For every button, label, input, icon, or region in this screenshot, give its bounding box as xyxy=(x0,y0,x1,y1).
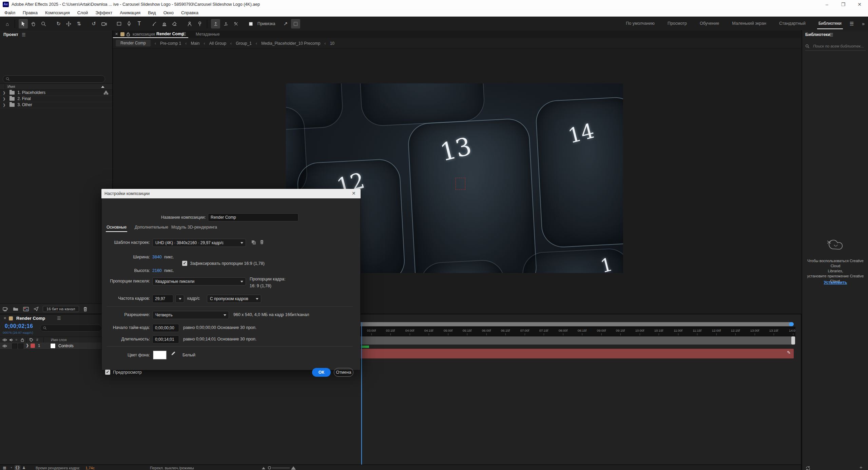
world-axis-mode-icon[interactable] xyxy=(221,19,230,28)
workspace-overflow-icon[interactable]: » xyxy=(862,21,865,26)
index-column-label[interactable]: # xyxy=(36,338,38,342)
marquee-options-icon[interactable] xyxy=(291,19,300,28)
interpret-footage-icon[interactable] xyxy=(3,307,8,311)
frame-rate-preset-dropdown[interactable] xyxy=(175,295,184,303)
timeline-search-input[interactable] xyxy=(40,325,102,332)
clone-stamp-tool-icon[interactable] xyxy=(160,19,169,28)
layer-eye-icon[interactable] xyxy=(2,345,7,348)
install-link[interactable]: Установить xyxy=(802,280,868,285)
frame-io-icon[interactable] xyxy=(34,307,39,311)
rotation-tool-icon[interactable]: ↺ xyxy=(89,19,98,28)
tab-project[interactable]: Проект xyxy=(3,32,18,37)
menu-view[interactable]: Вид xyxy=(148,10,156,15)
new-composition-icon[interactable] xyxy=(23,307,29,311)
camera-tool-icon[interactable] xyxy=(99,19,109,28)
new-folder-icon[interactable] xyxy=(13,307,18,311)
toggle-switches-modes-button[interactable]: Перекл. выключ./режимы xyxy=(150,466,194,470)
close-button[interactable]: ✕ xyxy=(853,0,866,9)
navigator-end-handle[interactable] xyxy=(789,322,794,326)
tab-composition-render-comp[interactable]: Render Comp xyxy=(156,32,184,36)
tab-timeline-render-comp[interactable]: Render Comp xyxy=(16,316,45,321)
folder-name[interactable]: 2. Final xyxy=(17,96,31,101)
expand-chevron-icon[interactable]: ❯ xyxy=(3,97,5,101)
home-icon[interactable]: ⌂ xyxy=(3,19,12,28)
add-library-item-icon[interactable]: ＋ xyxy=(859,465,863,470)
menu-layer[interactable]: Слой xyxy=(77,10,88,15)
project-menu-icon[interactable]: ☰ xyxy=(22,32,26,37)
restore-button[interactable]: ❐ xyxy=(836,0,850,9)
layer-label-swatch[interactable] xyxy=(31,344,35,348)
frame-blending-icon[interactable]: ◔ xyxy=(8,465,14,470)
background-color-swatch[interactable] xyxy=(153,351,167,359)
close-tab-icon[interactable]: ✕ xyxy=(115,32,118,36)
puppet-pin-tool-icon[interactable] xyxy=(195,19,204,28)
brush-tool-icon[interactable] xyxy=(150,19,159,28)
composition-mini-flowchart-icon[interactable]: ▦ xyxy=(2,465,7,470)
workspace-menu-icon[interactable]: ☰ xyxy=(850,21,854,26)
zoom-out-mountain-icon[interactable] xyxy=(262,467,265,469)
breadcrumb-item[interactable]: 10 xyxy=(320,41,334,46)
breadcrumb-item[interactable]: All Group xyxy=(199,41,226,46)
audio-toggle-box[interactable] xyxy=(12,344,17,349)
duration-input[interactable] xyxy=(152,335,179,344)
rectangle-tool-icon[interactable] xyxy=(114,19,123,28)
workspace-default[interactable]: По умолчанию xyxy=(626,21,655,26)
close-tab-icon[interactable]: ✕ xyxy=(3,316,6,320)
delete-preset-icon[interactable] xyxy=(260,239,264,244)
unlocked-icon[interactable] xyxy=(127,32,130,36)
lock-aspect-label[interactable]: Зафиксировать пропорции 16:9 (1,78) xyxy=(190,261,265,266)
orbit-camera-tool-icon[interactable]: ↻ xyxy=(54,19,63,28)
drop-frame-dropdown[interactable]: С пропуском кадров xyxy=(207,295,261,303)
breadcrumb-item[interactable]: Main xyxy=(181,41,199,46)
snap-checkbox-icon[interactable] xyxy=(246,19,255,28)
layer-expand-chevron-icon[interactable]: ❯ xyxy=(26,343,29,348)
pan-camera-tool-icon[interactable] xyxy=(64,19,73,28)
flowchart-icon[interactable] xyxy=(104,91,108,95)
timeline-menu-icon[interactable]: ☰ xyxy=(57,316,61,321)
work-area-end-handle[interactable] xyxy=(791,336,795,345)
comp-panel-menu-icon[interactable]: ☰ xyxy=(182,32,186,37)
draft-pencil-icon[interactable]: ✎ xyxy=(787,350,791,355)
audio-column-icon[interactable] xyxy=(9,338,13,342)
pixel-aspect-dropdown[interactable]: Квадратные пиксели xyxy=(152,277,246,286)
project-folder-row[interactable]: ❯ 2. Final xyxy=(0,96,112,102)
motion-path-icon[interactable]: ↗ xyxy=(281,19,290,28)
project-folder-row[interactable]: ❯ 3. Other xyxy=(0,102,112,108)
menu-composition[interactable]: Композиция xyxy=(45,10,70,15)
workspace-learn[interactable]: Обучение xyxy=(700,21,719,26)
layer-name-column-label[interactable]: Имя слоя xyxy=(51,338,66,342)
lock-column-icon[interactable] xyxy=(21,338,24,342)
label-column-icon[interactable] xyxy=(30,338,33,342)
folder-name[interactable]: 3. Other xyxy=(17,102,32,107)
minimize-button[interactable]: – xyxy=(820,0,834,9)
timeline-zoom-track[interactable] xyxy=(272,468,290,468)
breadcrumb-item[interactable]: Pre-comp 1 xyxy=(151,41,181,46)
menu-file[interactable]: Файл xyxy=(4,10,15,15)
project-folder-row[interactable]: ❯ 1. Placeholders xyxy=(0,90,112,96)
eraser-tool-icon[interactable] xyxy=(170,19,179,28)
region-of-interest-marker[interactable] xyxy=(456,178,465,190)
timeline-zoom-knob[interactable] xyxy=(268,466,271,469)
frame-rate-input[interactable] xyxy=(152,295,173,303)
tab-3d-renderer[interactable]: Модуль 3D-рендеринга xyxy=(171,225,217,230)
breadcrumb-current[interactable]: Render Comp xyxy=(116,40,151,46)
library-sync-icon[interactable] xyxy=(806,466,810,470)
height-value[interactable]: 2160 xyxy=(152,268,162,273)
resolution-dropdown[interactable]: Четверть xyxy=(152,311,229,319)
libraries-menu-icon[interactable]: ☰ xyxy=(829,32,833,37)
dialog-close-icon[interactable]: ✕ xyxy=(352,191,356,196)
start-timecode-input[interactable] xyxy=(152,324,179,332)
selection-tool-icon[interactable] xyxy=(19,19,28,28)
roto-brush-tool-icon[interactable] xyxy=(185,19,194,28)
project-search-input[interactable] xyxy=(3,75,105,83)
libraries-search-input[interactable]: Поиск по всем библиотек... xyxy=(813,44,864,48)
eyedropper-icon[interactable] xyxy=(170,351,176,356)
tab-advanced[interactable]: Дополнительные xyxy=(135,225,168,230)
breadcrumb-item[interactable]: Group_1 xyxy=(226,41,252,46)
cancel-button[interactable]: Отмена xyxy=(334,368,353,377)
sort-ascending-icon[interactable] xyxy=(101,86,104,88)
tab-basic[interactable]: Основные xyxy=(107,225,127,230)
width-value[interactable]: 3840 xyxy=(152,255,162,259)
local-axis-mode-icon[interactable] xyxy=(211,19,220,28)
hand-tool-icon[interactable] xyxy=(29,19,38,28)
